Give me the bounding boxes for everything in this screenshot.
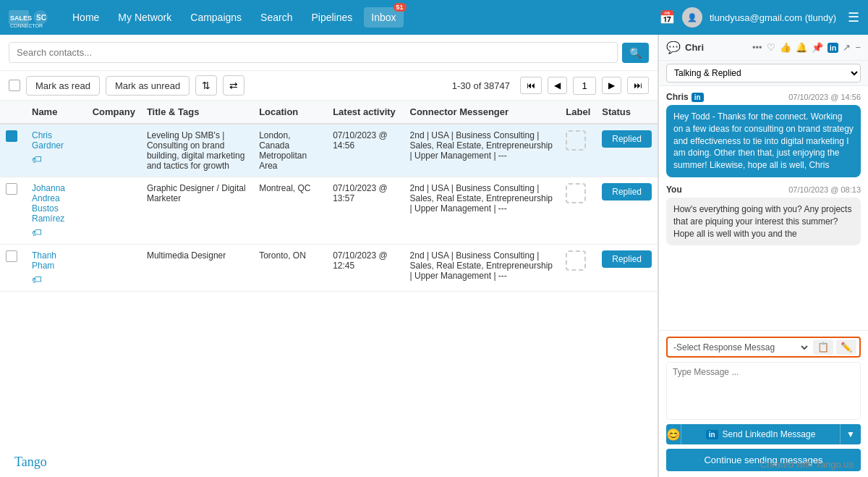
minus-icon[interactable]: −	[855, 42, 861, 53]
tango-logo: Tango	[14, 455, 47, 470]
emoji-button[interactable]: 😊	[666, 428, 681, 442]
nav-home[interactable]: Home	[65, 7, 106, 28]
pin-icon[interactable]: 📌	[812, 42, 823, 53]
status-button-2[interactable]: Replied	[602, 250, 652, 268]
cell-location-2: Toronto, ON	[253, 245, 327, 292]
linkedin-icon-header[interactable]: in	[827, 43, 839, 53]
toolbar: Mark as read Mark as unread ⇅ ⇄ 1-30 of …	[0, 71, 658, 101]
right-panel: 💬 Chri ••• ♡ 👍 🔔 📌 in ↗ − Talking & Repl…	[658, 35, 868, 477]
message-sender-1: You	[666, 185, 682, 195]
row-checkbox-0[interactable]	[6, 130, 17, 142]
col-title: Title & Tags	[141, 101, 253, 124]
status-button-0[interactable]: Replied	[602, 130, 652, 148]
filter-icon-button[interactable]: ⇄	[223, 75, 244, 96]
cell-company-0	[87, 124, 141, 177]
contact-link-0[interactable]: Chris Gardner	[32, 130, 64, 151]
next-page-button[interactable]: ▶	[602, 77, 621, 94]
type-message-textarea[interactable]	[666, 362, 861, 420]
contacts-table-container: Name Company Title & Tags Location Lates…	[0, 101, 658, 477]
last-page-button[interactable]: ⏭	[627, 77, 649, 94]
nav-my-network[interactable]: My Network	[111, 7, 179, 28]
footer-watermark: Tango	[14, 455, 47, 470]
nav-inbox[interactable]: Inbox 51	[364, 7, 403, 28]
nav-campaigns[interactable]: Campaigns	[183, 7, 249, 28]
messages-area: Chris in 07/10/2023 @ 14:56 Hey Todd - T…	[659, 86, 868, 330]
svg-text:SALES: SALES	[10, 14, 32, 22]
nav-search[interactable]: Search	[253, 7, 299, 28]
cell-location-1: Montreal, QC	[253, 177, 327, 245]
contact-link-2[interactable]: Thanh Pham	[32, 250, 56, 271]
avatar: 👤	[682, 7, 702, 28]
response-area: -Select Response Messag 📋 ✏️ 😊 in Send L…	[659, 330, 868, 477]
status-dropdown[interactable]: Talking & Replied Replied Not Interested…	[666, 64, 861, 83]
logo: SALES CONNECTOR SC	[9, 6, 52, 29]
row-checkbox-2[interactable]	[6, 250, 17, 262]
left-panel: 🔍 Mark as read Mark as unread ⇅ ⇄ 1-30 o…	[0, 35, 658, 477]
cell-status-0: Replied	[596, 124, 658, 177]
cell-name-2: Thanh Pham🏷	[26, 245, 87, 292]
created-with-text: Created with Tango.us	[760, 459, 854, 470]
message-meta-1: You 07/10/2023 @ 08:13	[666, 185, 861, 195]
tag-icon-0: 🏷	[32, 153, 42, 165]
message-bubble-1: How's everything going with you? Any pro…	[666, 198, 861, 245]
cell-title-0: Leveling Up SMB's | Consulting on brand …	[141, 124, 253, 177]
hamburger-icon[interactable]: ☰	[848, 9, 859, 25]
tag-icon-2: 🏷	[32, 274, 42, 285]
select-all-checkbox[interactable]	[9, 80, 20, 91]
linkedin-badge-0: in	[692, 93, 704, 102]
calendar-icon[interactable]: 📅	[659, 9, 675, 25]
send-btn-row: 😊 in Send LinkedIn Message ▼	[666, 424, 861, 444]
tag-icon-1: 🏷	[32, 227, 42, 238]
prev-page-button[interactable]: ◀	[548, 77, 567, 94]
inbox-badge: 51	[393, 3, 407, 12]
sort-icon-button[interactable]: ⇅	[195, 75, 217, 96]
bell-icon[interactable]: 🔔	[796, 42, 807, 53]
edit-response-button[interactable]: ✏️	[836, 339, 856, 355]
cell-activity-2: 07/10/2023 @ 12:45	[327, 245, 404, 292]
status-button-1[interactable]: Replied	[602, 183, 652, 200]
chat-header: 💬 Chri ••• ♡ 👍 🔔 📌 in ↗ −	[659, 35, 868, 61]
page-number-input[interactable]	[573, 77, 596, 95]
copy-response-button[interactable]: 📋	[813, 339, 833, 355]
cell-status-1: Replied	[596, 177, 658, 245]
response-select-row: -Select Response Messag 📋 ✏️	[666, 337, 861, 358]
label-box-0[interactable]	[566, 130, 586, 151]
table-row: Thanh Pham🏷 Multimedia Designer Toronto,…	[0, 245, 658, 292]
first-page-button[interactable]: ⏮	[520, 77, 542, 94]
table-row: Chris Gardner🏷 Leveling Up SMB's | Consu…	[0, 124, 658, 177]
mark-unread-button[interactable]: Mark as unread	[106, 76, 190, 96]
message-time-0: 07/10/2023 @ 14:56	[788, 93, 861, 101]
user-label: tlundyusa@gmail.com (tlundy)	[710, 12, 836, 23]
cell-company-1	[87, 177, 141, 245]
col-name: Name	[26, 101, 87, 124]
dots-icon[interactable]: •••	[752, 42, 762, 53]
mark-read-button[interactable]: Mark as read	[26, 76, 100, 96]
cell-label-1	[560, 177, 596, 245]
nav-pipelines[interactable]: Pipelines	[304, 7, 359, 28]
col-checkbox	[0, 101, 26, 124]
contact-link-1[interactable]: Johanna Andrea Bustos Ramírez	[32, 183, 65, 224]
cell-location-0: London, Canada Metropolitan Area	[253, 124, 327, 177]
cell-name-0: Chris Gardner🏷	[26, 124, 87, 177]
label-box-1[interactable]	[566, 183, 586, 203]
col-latest-activity: Latest activity	[327, 101, 404, 124]
send-linkedin-message-button[interactable]: in Send LinkedIn Message	[681, 424, 840, 444]
col-connector-messenger: Connector Messenger	[404, 101, 561, 124]
label-box-2[interactable]	[566, 250, 586, 271]
chat-bubble-icon: 💬	[666, 41, 681, 54]
share-icon[interactable]: ↗	[843, 42, 851, 53]
pagination-info: 1-30 of 38747	[452, 80, 510, 91]
message-time-1: 07/10/2023 @ 08:13	[788, 185, 861, 194]
row-checkbox-1[interactable]	[6, 183, 17, 195]
cell-connector-2: 2nd | USA | Business Consulting | Sales,…	[404, 245, 561, 292]
cell-connector-0: 2nd | USA | Business Consulting | Sales,…	[404, 124, 561, 177]
send-dropdown-arrow[interactable]: ▼	[841, 424, 861, 444]
search-input[interactable]	[9, 42, 618, 63]
linkedin-badge: in	[706, 430, 718, 439]
status-select-container: Talking & Replied Replied Not Interested…	[659, 61, 868, 86]
thumbsup-icon[interactable]: 👍	[780, 42, 791, 53]
col-company: Company	[87, 101, 141, 124]
search-button[interactable]: 🔍	[622, 43, 649, 63]
response-message-select[interactable]: -Select Response Messag	[671, 342, 810, 353]
heart-icon[interactable]: ♡	[767, 42, 775, 53]
